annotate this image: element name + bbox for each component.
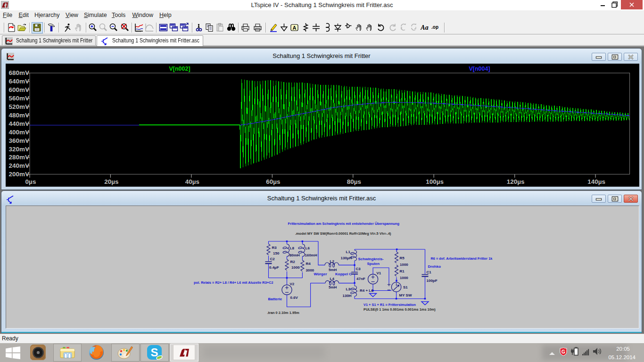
svg-text:L8: L8 — [290, 246, 295, 250]
svg-text:L3: L3 — [346, 287, 351, 291]
svg-text:3000: 3000 — [306, 268, 314, 272]
svg-text:PULSE(0 1 1ms 0.001ms 0.001ms: PULSE(0 1 1ms 0.001ms 0.001ms 1ms 10m) — [363, 307, 436, 311]
svg-text:V1 + S1 + R1 = Frittersimulati: V1 + S1 + R1 = Frittersimulation — [363, 302, 416, 306]
svg-text:MY SW: MY SW — [399, 293, 412, 297]
svg-text:Batterie: Batterie — [268, 297, 282, 301]
svg-text:150: 150 — [273, 251, 280, 255]
svg-text:360mV: 360mV — [8, 137, 29, 144]
svg-text:R1: R1 — [400, 269, 405, 273]
svg-text:1000: 1000 — [400, 275, 408, 280]
svg-text:L6: L6 — [305, 246, 310, 250]
svg-text:80mH: 80mH — [289, 253, 300, 257]
svg-text:C2: C2 — [270, 256, 275, 261]
svg-text:480mV: 480mV — [8, 111, 29, 118]
svg-text:160mH: 160mH — [305, 253, 317, 257]
svg-text:Schwingkreis-: Schwingkreis- — [358, 257, 384, 261]
svg-text:200mV: 200mV — [8, 171, 29, 178]
svg-text:R4: R4 — [306, 262, 311, 266]
svg-text:130µH: 130µH — [341, 256, 352, 260]
svg-text:120µs: 120µs — [507, 178, 525, 185]
svg-text:47nF: 47nF — [356, 276, 365, 280]
svg-text:600mV: 600mV — [8, 86, 29, 93]
svg-text:140µs: 140µs — [587, 178, 605, 185]
svg-text:40µs: 40µs — [185, 178, 199, 185]
svg-text:280mV: 280mV — [8, 154, 29, 161]
svg-text:V[n004]: V[n004] — [469, 66, 490, 72]
svg-text:C3: C3 — [356, 267, 361, 271]
svg-text:560mV: 560mV — [8, 95, 29, 102]
svg-text:1000: 1000 — [291, 265, 300, 269]
svg-text:0.4µF: 0.4µF — [269, 265, 279, 270]
svg-text:5mH: 5mH — [329, 285, 337, 289]
svg-text:Würger: Würger — [314, 272, 327, 276]
svg-text:L1: L1 — [346, 249, 351, 254]
svg-text:400mV: 400mV — [8, 128, 29, 135]
svg-text:R3: R3 — [272, 246, 277, 250]
svg-text:V2: V2 — [290, 281, 295, 286]
svg-text:Aa: Aa — [420, 24, 428, 31]
svg-text:Drehko: Drehko — [428, 264, 441, 269]
svg-text:Spulen: Spulen — [367, 262, 380, 266]
svg-text:520mV: 520mV — [8, 103, 29, 110]
svg-text:G: G — [561, 349, 565, 354]
svg-text:5mH: 5mH — [329, 268, 337, 272]
svg-text:C1: C1 — [427, 270, 432, 274]
svg-text:240mV: 240mV — [8, 162, 29, 169]
svg-text:R2: R2 — [290, 259, 296, 263]
svg-text:A: A — [293, 25, 297, 31]
svg-text:0.6V: 0.6V — [290, 296, 298, 300]
svg-text:L2: L2 — [330, 259, 335, 263]
svg-text:80µs: 80µs — [347, 178, 361, 185]
svg-text:130H: 130H — [343, 293, 352, 297]
svg-text:1000: 1000 — [400, 263, 408, 267]
svg-text:V1: V1 — [377, 271, 381, 275]
svg-text:680mV: 680mV — [8, 69, 29, 76]
svg-text:0µs: 0µs — [25, 178, 36, 185]
svg-text:440mV: 440mV — [8, 120, 29, 127]
svg-text:60µs: 60µs — [266, 178, 280, 185]
svg-text:R5: R5 — [400, 256, 405, 260]
svg-text:←R4 + L6: ←R4 + L6 — [356, 288, 373, 292]
svg-text:R6 = def. Arbeitswiderstand Fr: R6 = def. Arbeitswiderstand Fritter 1k — [431, 256, 493, 261]
svg-text:100µs: 100µs — [426, 178, 444, 185]
svg-text:L4: L4 — [330, 276, 335, 280]
svg-text:V[n002]: V[n002] — [169, 66, 190, 72]
svg-text:640mV: 640mV — [8, 78, 29, 85]
svg-text:100pF: 100pF — [427, 279, 438, 283]
svg-text:Koppel C: Koppel C — [335, 272, 352, 276]
svg-text:320mV: 320mV — [8, 145, 29, 152]
svg-text:S1: S1 — [403, 285, 408, 289]
svg-text:Frittersimulation am Schwingkr: Frittersimulation am Schwingkreis mit en… — [288, 221, 400, 225]
svg-text:.tran 0 2.10m 1.95m: .tran 0 2.10m 1.95m — [267, 310, 300, 314]
svg-text:pol. Relais = R2+ L8 / R4+ L6: pol. Relais = R2+ L8 / R4+ L6 mit Aluzel… — [194, 280, 273, 284]
svg-text:.op: .op — [431, 25, 438, 30]
svg-text:20µs: 20µs — [104, 178, 118, 185]
svg-text:.model MY SW SW(Ron=0.00001 R: .model MY SW SW(Ron=0.00001 Roff=10Meg V… — [295, 231, 391, 235]
